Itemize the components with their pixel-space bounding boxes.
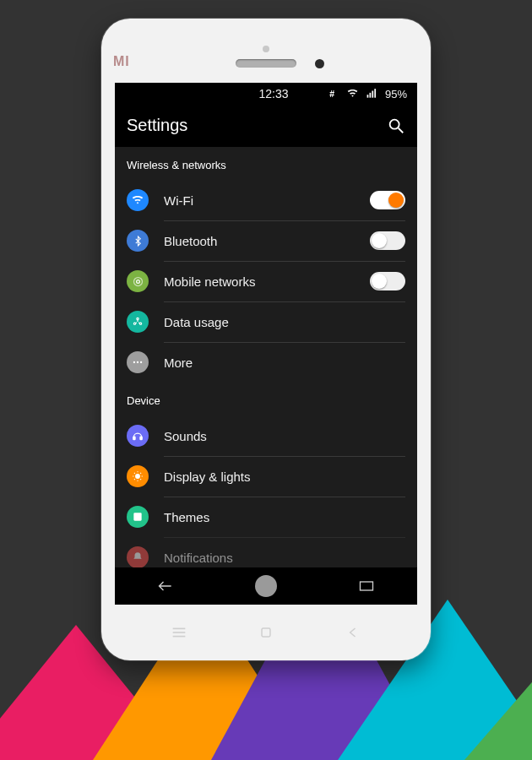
- row-bluetooth[interactable]: Bluetooth: [115, 220, 417, 261]
- hw-home-button[interactable]: [241, 616, 291, 649]
- row-data-usage[interactable]: Data usage: [115, 301, 417, 342]
- row-label: Data usage: [164, 315, 229, 329]
- svg-point-17: [136, 475, 140, 479]
- screen: 12:33 # 95% Settings Wireless & networks: [115, 83, 417, 605]
- notifications-circle-icon: [127, 546, 149, 567]
- section-header-device: Device: [115, 383, 417, 415]
- status-bar: 12:33 # 95%: [115, 83, 417, 105]
- more-circle-icon: [127, 351, 149, 373]
- row-label: Bluetooth: [164, 234, 217, 248]
- phone-frame: MI 12:33 # 95% Settings: [101, 19, 431, 660]
- svg-point-14: [140, 361, 142, 363]
- signal-icon: [366, 88, 378, 100]
- row-label: More: [164, 356, 193, 370]
- home-button[interactable]: [241, 571, 291, 601]
- row-display[interactable]: Display & lights: [115, 456, 417, 497]
- row-label: Sounds: [164, 429, 207, 443]
- mobile-networks-toggle[interactable]: [370, 272, 405, 290]
- svg-point-8: [133, 277, 142, 285]
- svg-rect-19: [361, 582, 373, 590]
- row-label: Themes: [164, 510, 209, 524]
- svg-point-12: [133, 361, 135, 363]
- row-mobile-networks[interactable]: Mobile networks: [115, 261, 417, 301]
- status-time: 12:33: [157, 87, 288, 100]
- data-usage-circle-icon: [127, 311, 149, 333]
- status-battery: 95%: [385, 88, 407, 100]
- wifi-toggle[interactable]: [370, 191, 405, 209]
- home-icon: [255, 575, 277, 597]
- row-label: Display & lights: [164, 470, 251, 484]
- row-themes[interactable]: Themes: [115, 497, 417, 537]
- row-label: Mobile networks: [164, 274, 255, 289]
- search-button[interactable]: [387, 117, 405, 135]
- recents-button[interactable]: [341, 571, 392, 601]
- section-header-wireless: Wireless & networks: [115, 147, 417, 180]
- on-screen-nav-bar: [115, 567, 417, 605]
- wifi-icon: [346, 88, 360, 100]
- row-notifications[interactable]: Notifications: [115, 537, 417, 567]
- svg-point-7: [136, 280, 139, 283]
- row-sounds[interactable]: Sounds: [115, 415, 417, 456]
- phone-top-bezel: MI: [101, 19, 431, 83]
- app-bar: Settings: [115, 105, 417, 147]
- front-camera: [315, 59, 324, 68]
- svg-rect-16: [140, 437, 142, 440]
- hw-menu-button[interactable]: [154, 616, 204, 649]
- earpiece-speaker: [236, 59, 296, 68]
- display-circle-icon: [127, 465, 149, 487]
- svg-rect-18: [133, 513, 141, 520]
- page-title: Settings: [127, 116, 187, 135]
- row-label: Notifications: [164, 551, 233, 565]
- row-wifi[interactable]: Wi-Fi: [115, 180, 417, 220]
- svg-point-5: [390, 119, 399, 128]
- svg-text:#: #: [329, 89, 334, 99]
- row-more[interactable]: More: [115, 342, 417, 383]
- back-button[interactable]: [140, 571, 191, 601]
- hw-back-button[interactable]: [328, 616, 378, 649]
- bluetooth-toggle[interactable]: [370, 231, 405, 250]
- root-icon: #: [328, 88, 339, 100]
- brand-logo: MI: [113, 54, 130, 69]
- svg-point-13: [137, 361, 138, 363]
- svg-rect-15: [133, 437, 135, 440]
- bluetooth-circle-icon: [127, 230, 149, 252]
- svg-point-9: [137, 318, 138, 319]
- svg-rect-3: [372, 91, 373, 98]
- themes-circle-icon: [127, 506, 149, 528]
- svg-line-6: [399, 128, 404, 133]
- proximity-sensor: [263, 46, 269, 52]
- svg-rect-2: [369, 93, 371, 98]
- sounds-circle-icon: [127, 425, 149, 447]
- wifi-circle-icon: [127, 189, 149, 211]
- hardware-buttons: [101, 605, 431, 660]
- svg-rect-1: [367, 95, 369, 98]
- svg-rect-4: [374, 89, 376, 98]
- settings-list[interactable]: Wireless & networks Wi-Fi Bluetooth: [115, 147, 417, 567]
- row-label: Wi-Fi: [164, 193, 193, 208]
- mobile-networks-circle-icon: [127, 270, 149, 292]
- svg-rect-23: [262, 628, 270, 637]
